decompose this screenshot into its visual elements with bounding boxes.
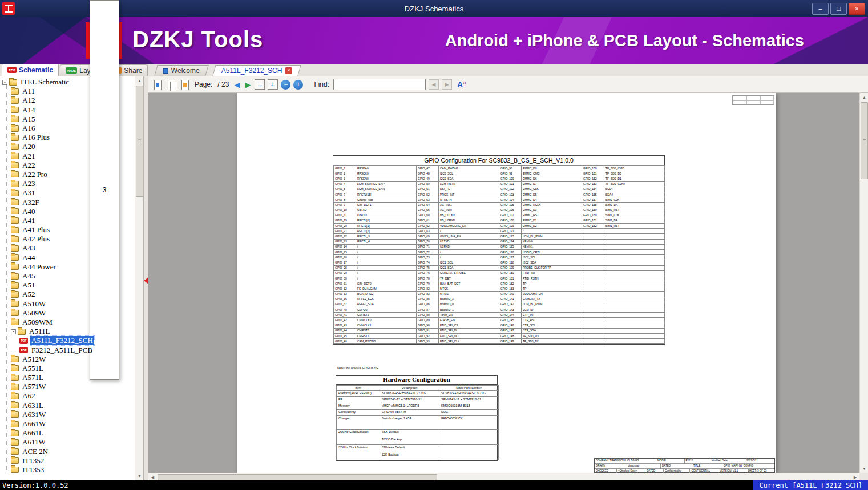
viewer-vertical-scrollbar[interactable]: ▲ ▼: [859, 93, 868, 473]
tree-collapse-toggle[interactable]: -: [11, 329, 16, 334]
gpio-signal-cell: EMMC_D0: [522, 166, 582, 171]
tree-item-a44[interactable]: A44: [0, 253, 135, 262]
gpio-name-cell: GPIO_141: [499, 297, 522, 302]
tree-collapse-toggle[interactable]: -: [2, 80, 7, 85]
tree-item-a42-plus[interactable]: A42 Plus: [0, 234, 135, 244]
minimize-button[interactable]: –: [812, 3, 829, 15]
tree-item-a32f[interactable]: A32F: [0, 197, 135, 206]
tree-item-a661l[interactable]: A661L: [0, 428, 135, 438]
scroll-up-arrow[interactable]: ▲: [860, 93, 868, 102]
tree-item-a510w[interactable]: A510W: [0, 299, 135, 309]
next-page-button[interactable]: ▶: [245, 81, 251, 88]
tree-item-a20[interactable]: A20: [0, 142, 135, 151]
gpio-signal-cell: [604, 250, 665, 255]
tree-item-a611w[interactable]: A611W: [0, 438, 135, 447]
tree-item-a551l[interactable]: A551L: [0, 364, 135, 373]
tree-item-a571w[interactable]: A571W: [0, 382, 135, 391]
gpio-signal-cell: EMMC_D1: [522, 218, 582, 223]
view-mode-book-icon[interactable]: [180, 79, 191, 90]
scroll-down-arrow[interactable]: ▼: [860, 464, 868, 473]
gpio-name-cell: GPIO_140: [499, 291, 522, 297]
tree-item-a11[interactable]: A11: [0, 87, 135, 96]
find-next-button[interactable]: ▶: [442, 79, 452, 90]
tree-item-a16[interactable]: A16: [0, 124, 135, 133]
titlebar: DZKJ Schematics – □ ×: [0, 0, 868, 17]
tab-close-icon[interactable]: ×: [285, 67, 292, 74]
tree-item-a31[interactable]: A31: [0, 188, 135, 197]
tree-item-a51[interactable]: A51: [0, 281, 135, 290]
pdf-page-canvas[interactable]: GPIO Configuration For SC9832_B_CS_E_SCH…: [237, 93, 776, 473]
tree-item-a23[interactable]: A23: [0, 179, 135, 188]
gpio-signal-cell: [604, 313, 665, 318]
close-button[interactable]: ×: [849, 3, 865, 15]
collapse-sidebar-icon[interactable]: [144, 278, 148, 284]
tree-item-a14[interactable]: A14: [0, 106, 135, 115]
tree-item-a41-plus[interactable]: A41 Plus: [0, 225, 135, 234]
scroll-left-arrow[interactable]: ◀: [148, 473, 157, 480]
tree-item-a16-plus[interactable]: A16 Plus: [0, 133, 135, 142]
scrollbar-thumb[interactable]: [861, 102, 868, 179]
zoom-in-button[interactable]: +: [293, 80, 303, 90]
scroll-up-arrow[interactable]: ▲: [135, 76, 144, 85]
tree-item-a41[interactable]: A41: [0, 216, 135, 225]
gpio-name-cell: GPIO_143: [499, 307, 522, 313]
scrollbar-thumb[interactable]: [136, 86, 143, 197]
tree-item-ace-2n[interactable]: ACE 2N: [0, 447, 135, 456]
scroll-down-arrow[interactable]: ▼: [135, 472, 144, 480]
viewer-horizontal-scrollbar[interactable]: ◀ ▶: [148, 473, 859, 480]
tree-item-it1352[interactable]: IT1352: [0, 456, 135, 465]
pdf-viewer[interactable]: GPIO Configuration For SC9832_B_CS_E_SCH…: [148, 93, 868, 480]
panel-splitter[interactable]: [144, 76, 148, 480]
gpio-name-cell: GPIO_45: [334, 334, 356, 339]
view-mode-facing-icon[interactable]: [166, 79, 177, 90]
gpio-signal-cell: RFCTL[15]: [356, 192, 417, 197]
tree-item-a62[interactable]: A62: [0, 391, 135, 400]
hardware-configuration-table: Hardware Configuration ItemDescriptionMa…: [336, 375, 498, 461]
tree-item-it1353[interactable]: IT1353: [0, 465, 135, 475]
gpio-signal-cell: [604, 281, 665, 286]
doc-tab-welcome[interactable]: Welcome: [155, 65, 209, 76]
tree-item-a44-power[interactable]: A44 Power: [0, 262, 135, 272]
tree-item-a661w[interactable]: A661W: [0, 419, 135, 428]
tree-item-a22[interactable]: A22: [0, 161, 135, 170]
maximize-button[interactable]: □: [830, 3, 847, 15]
gpio-name-cell: GPIO_99: [499, 171, 522, 176]
zoom-out-button[interactable]: −: [281, 80, 290, 90]
tree-item-itel-schematic[interactable]: -ITEL Schematic: [0, 78, 135, 87]
gpio-name-cell: GPIO_70: [417, 239, 439, 244]
match-case-button[interactable]: Aa: [457, 80, 466, 88]
gpio-signal-cell: SCL4: [604, 187, 665, 192]
tab-schematic[interactable]: PDF Schematic: [2, 63, 59, 76]
view-mode-single-icon[interactable]: [152, 79, 163, 90]
fit-page-button[interactable]: ↔↔: [268, 79, 278, 90]
tree-item-a571l[interactable]: A571L: [0, 373, 135, 382]
folder-icon: [11, 273, 19, 280]
tree-item-a45[interactable]: A45: [0, 272, 135, 281]
tree-item-a511l[interactable]: -A511L: [0, 327, 135, 336]
find-previous-button[interactable]: ◀: [429, 79, 439, 90]
previous-page-button[interactable]: ◀: [234, 81, 240, 88]
window-controls: – □ ×: [812, 3, 868, 15]
tree-item-a509wm[interactable]: A509WM: [0, 318, 135, 327]
tree-item-a631w[interactable]: A631W: [0, 410, 135, 419]
tree-item-a22-pro[interactable]: A22 Pro: [0, 170, 135, 179]
tree-item-a509w[interactable]: A509W: [0, 309, 135, 318]
fit-width-button[interactable]: ↔: [255, 79, 265, 90]
tree-item-a511l-f3212-sch[interactable]: PDFA511L_F3212_SCH: [0, 336, 135, 345]
find-input[interactable]: [333, 79, 426, 90]
tree-item-a40[interactable]: A40: [0, 207, 135, 216]
tree-item-a12[interactable]: A12: [0, 96, 135, 105]
scrollbar-thumb[interactable]: [158, 474, 437, 480]
doc-tab-a511l-f3212-sch[interactable]: A511L_F3212_SCH ×: [212, 65, 301, 76]
tree-item-a43[interactable]: A43: [0, 244, 135, 253]
gpio-name-cell: [582, 244, 604, 249]
tree-item-a15[interactable]: A15: [0, 115, 135, 124]
tree-item-a21[interactable]: A21: [0, 152, 135, 161]
scroll-right-arrow[interactable]: ▶: [851, 473, 859, 480]
gpio-row: GPIO_4LCM_SOURCE_ENPGPIO_50LCM_RSTNGPIO_…: [334, 181, 665, 187]
sidebar-scrollbar[interactable]: ▲ ▼: [135, 76, 143, 480]
tree-item-a631l[interactable]: A631L: [0, 401, 135, 410]
tree-item-f3212-a511l-pcb[interactable]: PDFF3212_A511L_PCB: [0, 345, 135, 354]
tree-item-a512w[interactable]: A512W: [0, 355, 135, 364]
tree-item-a52[interactable]: A52: [0, 290, 135, 299]
